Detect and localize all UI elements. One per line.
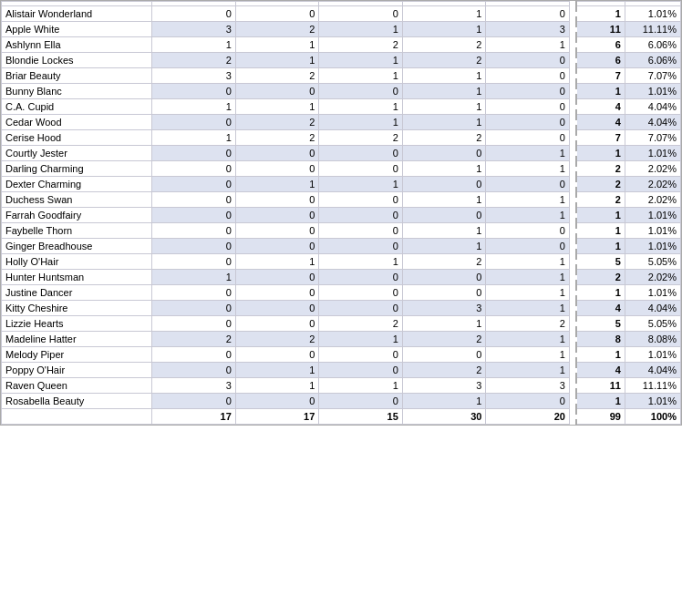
row-late2013: 0: [152, 363, 236, 378]
row-early2015: 1: [402, 239, 486, 254]
spacer: [569, 270, 576, 285]
spacer: [569, 363, 576, 378]
row-early2015: 1: [402, 68, 486, 84]
row-late2013: 1: [152, 37, 236, 53]
row-early2014: 0: [235, 316, 319, 332]
row-name: Lizzie Hearts: [2, 316, 152, 332]
row-early2014: 2: [235, 115, 319, 130]
row-name: Courtly Jester: [2, 146, 152, 161]
row-late2015: 3: [486, 22, 570, 37]
row-early2014: 1: [235, 254, 319, 270]
row-late2015: 0: [486, 68, 570, 84]
row-total: 1: [576, 239, 625, 254]
row-name: Alistair Wonderland: [2, 6, 152, 22]
row-pct: 8.08%: [625, 332, 680, 347]
row-late2015: 1: [486, 208, 570, 223]
row-early2014: 2: [235, 130, 319, 146]
row-pct: 1.01%: [625, 285, 680, 301]
row-pct: 2.02%: [625, 177, 680, 192]
table-row: Darling Charming0001122.02%: [2, 161, 681, 177]
row-early2014: 1: [235, 378, 319, 394]
table-row: Apple White321131111.11%: [2, 22, 681, 37]
row-pct: 7.07%: [625, 68, 680, 84]
row-early2015: 0: [402, 146, 486, 161]
row-total: 5: [576, 254, 625, 270]
spacer: [569, 68, 576, 84]
row-total: 7: [576, 68, 625, 84]
row-early2014: 0: [235, 301, 319, 316]
row-name: Raven Queen: [2, 378, 152, 394]
table-row: Alistair Wonderland0001011.01%: [2, 6, 681, 22]
row-name: Ginger Breadhouse: [2, 239, 152, 254]
row-late2014: 0: [319, 161, 403, 177]
row-late2013: 0: [152, 208, 236, 223]
spacer: [569, 316, 576, 332]
row-total: 11: [576, 378, 625, 394]
row-total: 1: [576, 6, 625, 22]
spacer: [569, 161, 576, 177]
spacer: [569, 285, 576, 301]
spacer: [569, 37, 576, 53]
row-late2015: 0: [486, 53, 570, 68]
row-late2014: 0: [319, 394, 403, 409]
spacer: [569, 239, 576, 254]
row-total: 4: [576, 99, 625, 115]
footer-row: 17 17 15 30 20 99 100%: [2, 409, 681, 425]
row-name: Cerise Hood: [2, 130, 152, 146]
row-late2014: 0: [319, 270, 403, 285]
row-late2013: 1: [152, 270, 236, 285]
row-late2014: 0: [319, 192, 403, 208]
spacer: [569, 115, 576, 130]
table-row: Cedar Wood0211044.04%: [2, 115, 681, 130]
row-name: Briar Beauty: [2, 68, 152, 84]
spacer: [569, 146, 576, 161]
row-early2014: 0: [235, 146, 319, 161]
row-pct: 4.04%: [625, 115, 680, 130]
table-row: Poppy O'Hair0102144.04%: [2, 363, 681, 378]
footer-early2014: 17: [235, 409, 319, 425]
row-name: Holly O'Hair: [2, 254, 152, 270]
row-late2014: 0: [319, 285, 403, 301]
footer-late2014: 15: [319, 409, 403, 425]
row-late2014: 1: [319, 53, 403, 68]
spacer: [569, 378, 576, 394]
row-pct: 5.05%: [625, 316, 680, 332]
spacer: [569, 208, 576, 223]
spacer: [569, 53, 576, 68]
row-pct: 7.07%: [625, 130, 680, 146]
table-row: Madeline Hatter2212188.08%: [2, 332, 681, 347]
row-late2015: 1: [486, 37, 570, 53]
row-late2015: 1: [486, 363, 570, 378]
table-row: Cerise Hood1222077.07%: [2, 130, 681, 146]
table-row: Faybelle Thorn0001011.01%: [2, 223, 681, 239]
row-early2015: 1: [402, 6, 486, 22]
row-early2015: 3: [402, 301, 486, 316]
row-early2014: 0: [235, 239, 319, 254]
row-late2013: 0: [152, 239, 236, 254]
spacer: [569, 332, 576, 347]
row-early2014: 1: [235, 363, 319, 378]
row-total: 1: [576, 146, 625, 161]
row-pct: 6.06%: [625, 53, 680, 68]
row-late2013: 3: [152, 378, 236, 394]
row-late2014: 0: [319, 239, 403, 254]
row-pct: 1.01%: [625, 223, 680, 239]
row-late2013: 0: [152, 177, 236, 192]
row-late2013: 0: [152, 115, 236, 130]
row-late2014: 1: [319, 177, 403, 192]
row-total: 1: [576, 208, 625, 223]
table-row: Dexter Charming0110022.02%: [2, 177, 681, 192]
row-late2013: 1: [152, 130, 236, 146]
row-early2015: 1: [402, 115, 486, 130]
row-early2015: 0: [402, 347, 486, 363]
row-late2015: 1: [486, 146, 570, 161]
row-late2015: 0: [486, 115, 570, 130]
row-total: 2: [576, 270, 625, 285]
row-early2015: 1: [402, 394, 486, 409]
row-early2014: 0: [235, 84, 319, 99]
row-early2015: 1: [402, 223, 486, 239]
row-total: 4: [576, 115, 625, 130]
row-late2014: 1: [319, 115, 403, 130]
row-early2014: 0: [235, 161, 319, 177]
row-name: Hunter Huntsman: [2, 270, 152, 285]
